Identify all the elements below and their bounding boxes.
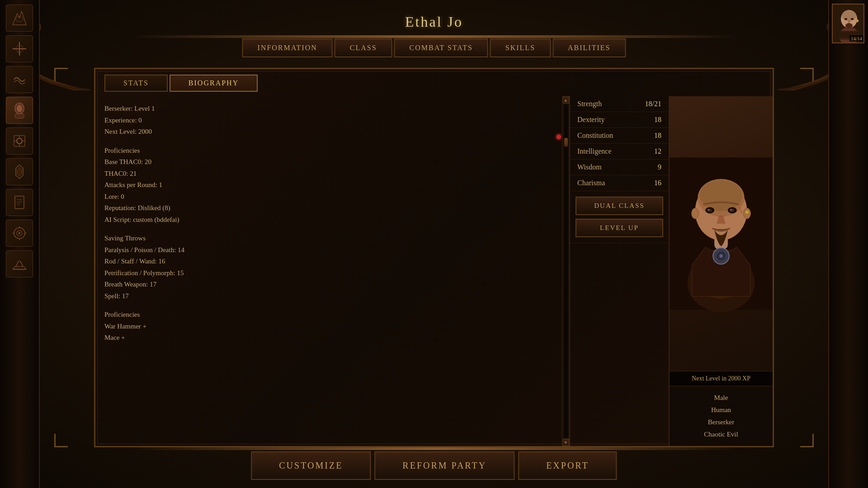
saving-throws-section: Saving Throws Paralysis / Poison / Death… [104, 233, 560, 302]
sidebar-icon-6[interactable] [6, 158, 33, 185]
svg-point-36 [851, 18, 854, 20]
dual-class-button[interactable]: DUAL CLASS [576, 197, 663, 215]
stat-row-charisma: Charisma 16 [570, 175, 669, 191]
portrait-count: 14/14 [849, 35, 863, 42]
stat-line-reputation: Reputation: Disliked (8) [104, 202, 560, 214]
intelligence-value: 12 [654, 147, 661, 155]
svg-point-5 [17, 105, 22, 112]
svg-point-34 [842, 10, 856, 21]
constitution-value: 18 [654, 131, 661, 140]
portrait-class-name: Berserker [675, 416, 767, 428]
svg-rect-13 [15, 196, 24, 209]
ability-scores-panel: Strength 18/21 Dexterity 18 Constitution… [569, 96, 669, 446]
portrait-alignment: Chaotic Evil [675, 428, 767, 441]
scroll-track[interactable] [564, 104, 568, 438]
character-portrait-large [670, 96, 773, 371]
sidebar [0, 0, 40, 488]
stat-line-lore: Lore: 0 [104, 191, 560, 203]
next-level-text: Next Level in 2000 XP [670, 371, 773, 386]
stat-line-thac0: THAC0: 21 [104, 168, 560, 180]
constitution-label: Constitution [577, 131, 613, 140]
stat-line-breath: Breath Weapon: 17 [104, 279, 560, 291]
right-sidebar: 14/14 [828, 0, 868, 488]
stat-row-wisdom: Wisdom 9 [570, 160, 669, 175]
customize-button[interactable]: CUSTOMIZE [251, 451, 371, 480]
character-portrait-mini[interactable]: 14/14 [832, 4, 864, 43]
scrollbar[interactable]: ▲ ▼ [562, 96, 569, 446]
scroll-down-arrow[interactable]: ▼ [563, 439, 569, 446]
svg-point-35 [844, 18, 847, 20]
svg-point-39 [856, 19, 859, 22]
svg-point-8 [17, 138, 22, 144]
scroll-position-indicator [557, 135, 561, 139]
portrait-race: Human [675, 404, 767, 416]
tab-combat-stats[interactable]: COMBAT STATS [394, 38, 488, 57]
svg-point-55 [699, 180, 742, 211]
sidebar-icon-8[interactable] [6, 220, 33, 247]
wisdom-value: 9 [658, 163, 661, 171]
strength-value: 18/21 [645, 100, 661, 108]
nav-tabs: INFORMATION CLASS COMBAT STATS SKILLS AB… [242, 38, 626, 57]
sidebar-icon-2[interactable] [6, 35, 33, 62]
scroll-thumb[interactable] [564, 138, 568, 147]
export-button[interactable]: EXPORT [518, 451, 617, 480]
dexterity-value: 18 [654, 116, 661, 124]
sub-tab-biography[interactable]: BIOGRAPHY [170, 75, 258, 92]
sidebar-icon-9[interactable] [6, 250, 33, 277]
character-name: Ethal Jo [405, 14, 463, 30]
charisma-value: 16 [654, 179, 661, 187]
reform-party-button[interactable]: REFORM PARTY [374, 451, 514, 480]
frame-corner-bl [54, 434, 68, 447]
stat-line-petrification: Petrification / Polymorph: 15 [104, 267, 560, 279]
wisdom-label: Wisdom [577, 163, 602, 171]
stats-text-area: Berserker: Level 1 Experience: 0 Next Le… [95, 96, 569, 446]
scroll-up-arrow[interactable]: ▲ [563, 96, 569, 103]
ornament-top [130, 35, 738, 38]
svg-line-28 [16, 261, 19, 267]
proficiencies-section: Proficiencies Base THAC0: 20 THAC0: 21 A… [104, 145, 560, 226]
sidebar-icon-3[interactable] [6, 66, 33, 93]
svg-rect-6 [15, 114, 24, 118]
character-portrait-area: Next Level in 2000 XP Male Human Berserk… [669, 96, 773, 446]
content-body: Berserker: Level 1 Experience: 0 Next Le… [95, 96, 773, 446]
svg-point-19 [19, 232, 20, 234]
stat-line-class: Berserker: Level 1 [104, 103, 560, 115]
sidebar-icon-7[interactable] [6, 189, 33, 216]
frame-corner-br [800, 434, 814, 447]
action-buttons: DUAL CLASS LEVEL UP [570, 191, 669, 243]
svg-point-56 [692, 208, 699, 219]
class-section: Berserker: Level 1 Experience: 0 Next Le… [104, 103, 560, 138]
portrait-character-info: Male Human Berserker Chaotic Evil [670, 386, 773, 446]
stat-row-constitution: Constitution 18 [570, 128, 669, 144]
stat-row-dexterity: Dexterity 18 [570, 112, 669, 128]
dexterity-label: Dexterity [577, 116, 604, 124]
strength-label: Strength [577, 100, 602, 108]
stat-line-prof-header: Proficiencies [104, 145, 560, 157]
stat-line-next-level: Next Level: 2000 [104, 126, 560, 138]
stat-line-saving-header: Saving Throws [104, 233, 560, 244]
stat-line-attacks: Attacks per Round: 1 [104, 179, 560, 191]
tab-abilities[interactable]: ABILITIES [552, 38, 626, 57]
sidebar-icon-5[interactable] [6, 127, 33, 155]
content-frame: STATS BIOGRAPHY Berserker: Level 1 Exper… [94, 68, 774, 447]
stat-line-spell: Spell: 17 [104, 291, 560, 302]
svg-line-29 [20, 261, 23, 267]
intelligence-label: Intelligence [577, 147, 612, 155]
sidebar-icon-portrait[interactable] [6, 97, 33, 124]
stat-line-paralysis: Paralysis / Poison / Death: 14 [104, 244, 560, 256]
tab-class[interactable]: CLASS [335, 38, 392, 57]
stat-line-base-thac0: Base THAC0: 20 [104, 156, 560, 168]
svg-point-62 [707, 209, 710, 211]
svg-point-63 [730, 209, 732, 211]
ornament-bottom [130, 447, 738, 450]
svg-point-37 [848, 20, 850, 23]
sub-tab-stats[interactable]: STATS [104, 75, 168, 92]
svg-point-64 [745, 210, 749, 214]
tab-information[interactable]: INFORMATION [242, 38, 333, 57]
stat-line-warhammer: War Hammer + [104, 321, 560, 333]
svg-point-52 [719, 254, 723, 258]
level-up-button[interactable]: LEVEL UP [576, 219, 663, 237]
sidebar-icon-1[interactable] [6, 5, 33, 32]
tab-skills[interactable]: SKILLS [490, 38, 551, 57]
stat-line-ai: AI Script: custom (bddefai) [104, 214, 560, 226]
